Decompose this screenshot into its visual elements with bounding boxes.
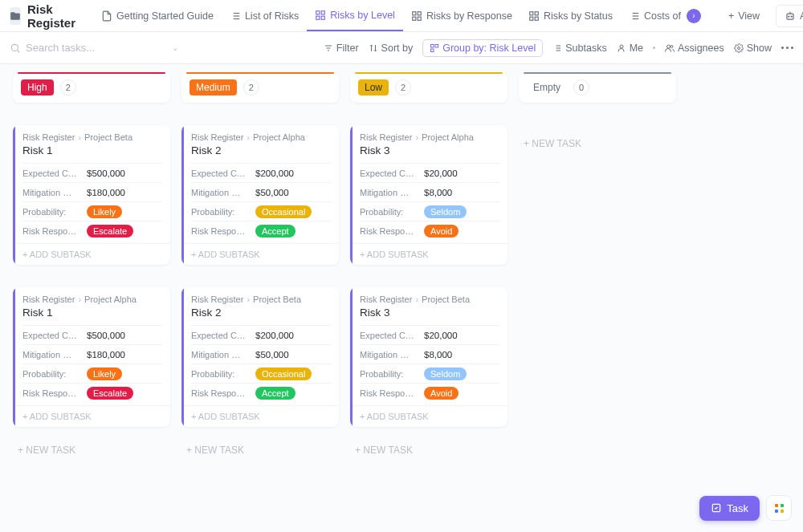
- svg-point-29: [11, 44, 18, 51]
- field-label: Probability:: [191, 207, 249, 217]
- search-icon: [10, 43, 21, 54]
- me-button[interactable]: Me: [617, 43, 643, 54]
- field-label: Expected C…: [22, 331, 80, 340]
- field-label: Probability:: [191, 369, 249, 379]
- more-options-button[interactable]: [781, 47, 793, 49]
- column-name-pill: Low: [358, 79, 389, 95]
- field-label: Risk Respo…: [191, 388, 249, 398]
- sort-button[interactable]: Sort by: [369, 43, 414, 54]
- status-badge: Occasional: [255, 368, 312, 380]
- tab-list-of-risks[interactable]: List of Risks: [222, 0, 307, 31]
- tab-risks-by-status[interactable]: Risks by Status: [520, 0, 621, 31]
- svg-rect-35: [435, 44, 438, 47]
- apps-button[interactable]: [766, 495, 792, 521]
- new-task-button[interactable]: + NEW TASK: [13, 438, 170, 462]
- tab-risks-by-level[interactable]: Risks by Level: [307, 0, 403, 31]
- add-subtask-button[interactable]: + ADD SUBTASK: [181, 405, 339, 427]
- more-tabs-icon[interactable]: ›: [687, 9, 701, 23]
- field-value: $200,000: [255, 169, 294, 178]
- add-subtask-button[interactable]: + ADD SUBTASK: [350, 405, 507, 427]
- sort-icon: [369, 43, 378, 53]
- risk-card[interactable]: Risk Register›Project AlphaRisk 2Expecte…: [181, 125, 339, 265]
- svg-point-39: [671, 45, 673, 47]
- automate-button[interactable]: Automate ⌄: [776, 5, 803, 27]
- field-label: Risk Respo…: [22, 226, 80, 236]
- field-label: Mitigation …: [191, 350, 249, 359]
- svg-rect-36: [431, 49, 434, 52]
- search-input[interactable]: Search tasks... ⌄: [10, 42, 178, 54]
- column-header[interactable]: High2: [13, 72, 170, 103]
- column-count: 2: [395, 79, 411, 95]
- group-by-button[interactable]: Group by: Risk Level: [422, 39, 543, 57]
- new-task-fab[interactable]: Task: [699, 496, 760, 521]
- fab-container: Task: [699, 495, 792, 521]
- card-title: Risk 3: [360, 144, 499, 156]
- status-badge: Likely: [87, 205, 122, 218]
- field-value: $180,000: [87, 188, 125, 197]
- card-title: Risk 2: [191, 144, 331, 156]
- new-task-button[interactable]: + NEW TASK: [350, 438, 507, 462]
- new-task-button[interactable]: + NEW TASK: [519, 132, 676, 156]
- svg-rect-13: [413, 17, 416, 20]
- column-name-pill: Empty: [527, 79, 567, 95]
- field-value: $500,000: [87, 331, 125, 340]
- breadcrumb: Risk Register›Project Beta: [191, 294, 331, 304]
- filter-button[interactable]: Filter: [324, 43, 359, 54]
- svg-line-30: [18, 50, 20, 52]
- column-empty: Empty0+ NEW TASK: [519, 72, 676, 532]
- gear-icon: [734, 43, 744, 53]
- field-label: Risk Respo…: [360, 226, 418, 236]
- field-row: Risk Respo…Accept: [191, 383, 331, 402]
- column-high: High2Risk Register›Project BetaRisk 1Exp…: [13, 72, 170, 532]
- breadcrumb: Risk Register›Project Beta: [22, 132, 162, 142]
- column-header[interactable]: Medium2: [181, 72, 339, 103]
- add-subtask-button[interactable]: + ADD SUBTASK: [13, 243, 170, 265]
- show-button[interactable]: Show: [734, 43, 772, 54]
- field-label: Risk Respo…: [360, 388, 418, 398]
- field-label: Mitigation …: [191, 188, 249, 197]
- column-header[interactable]: Low2: [350, 72, 507, 103]
- add-view-button[interactable]: + View: [722, 6, 766, 26]
- column-count: 2: [243, 79, 259, 95]
- field-row: Probability:Seldom: [360, 363, 499, 383]
- field-row: Risk Respo…Escalate: [22, 383, 162, 402]
- svg-rect-6: [316, 10, 320, 14]
- field-value: $500,000: [87, 169, 125, 178]
- tab-costs-of[interactable]: Costs of ›: [621, 0, 709, 31]
- status-badge: Accept: [255, 387, 296, 400]
- add-subtask-button[interactable]: + ADD SUBTASK: [181, 243, 339, 265]
- svg-point-22: [789, 16, 789, 17]
- svg-rect-10: [413, 11, 416, 14]
- field-row: Mitigation …$8,000: [360, 182, 499, 201]
- add-subtask-button[interactable]: + ADD SUBTASK: [13, 405, 170, 427]
- status-badge: Avoid: [424, 225, 459, 238]
- risk-card[interactable]: Risk Register›Project BetaRisk 3Expected…: [350, 287, 507, 427]
- field-row: Mitigation …$180,000: [22, 344, 162, 363]
- risk-card[interactable]: Risk Register›Project BetaRisk 2Expected…: [181, 287, 339, 427]
- breadcrumb: Risk Register›Project Beta: [360, 294, 499, 304]
- toolbar-right: Filter Sort by Group by: Risk Level Subt…: [324, 39, 793, 57]
- risk-card[interactable]: Risk Register›Project BetaRisk 1Expected…: [13, 125, 170, 265]
- field-row: Mitigation …$180,000: [22, 182, 162, 201]
- robot-icon: [785, 10, 796, 22]
- tab-label: Risks by Response: [426, 10, 512, 22]
- tab-risks-by-response[interactable]: Risks by Response: [403, 0, 520, 31]
- tab-getting-started[interactable]: Getting Started Guide: [93, 0, 222, 31]
- field-row: Risk Respo…Escalate: [22, 221, 162, 240]
- svg-rect-11: [418, 11, 421, 14]
- field-label: Expected C…: [22, 169, 80, 178]
- separator-dot: [653, 47, 655, 49]
- column-name-pill: Medium: [190, 79, 237, 95]
- svg-rect-16: [535, 17, 538, 20]
- new-task-button[interactable]: + NEW TASK: [181, 438, 339, 462]
- assignees-button[interactable]: Assignees: [665, 43, 724, 54]
- subtasks-button[interactable]: Subtasks: [552, 43, 606, 54]
- column-header[interactable]: Empty0: [519, 72, 676, 103]
- field-value: $20,000: [424, 169, 458, 178]
- add-subtask-button[interactable]: + ADD SUBTASK: [350, 243, 507, 265]
- automate-label: Automate: [800, 10, 803, 22]
- risk-card[interactable]: Risk Register›Project AlphaRisk 3Expecte…: [350, 125, 507, 265]
- search-placeholder: Search tasks...: [26, 42, 95, 54]
- risk-card[interactable]: Risk Register›Project AlphaRisk 1Expecte…: [13, 287, 170, 427]
- plus-icon: +: [728, 10, 734, 22]
